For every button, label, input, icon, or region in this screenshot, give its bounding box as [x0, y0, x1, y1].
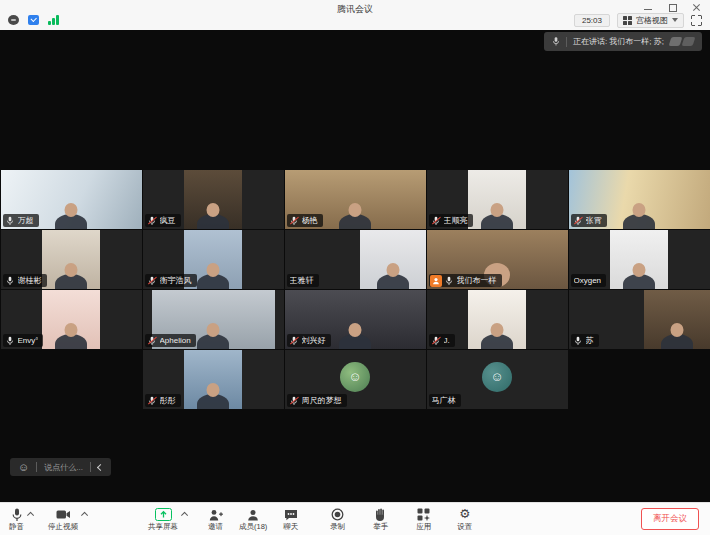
participant-name: Envy°	[18, 336, 39, 346]
participant-name-label: 杨艳	[287, 214, 323, 227]
mic-status-icon	[574, 336, 583, 346]
participant-tile[interactable]: ☺ 苏	[569, 290, 710, 349]
stop-video-label: 停止视频	[48, 523, 78, 531]
participant-name-label: 张霄	[571, 214, 607, 227]
mic-status-icon	[290, 396, 299, 406]
participant-tile[interactable]: ☺ 张霄	[569, 170, 710, 229]
info-icon[interactable]	[8, 15, 19, 25]
participant-name: 我们布一样	[457, 276, 497, 286]
participant-tile[interactable]: ☺ 马广林	[427, 350, 568, 409]
chat-button[interactable]: 聊天	[283, 508, 298, 531]
mic-status-icon	[148, 216, 157, 226]
participant-tile[interactable]: ☺ 疯豆	[143, 170, 284, 229]
mic-options-chevron-icon[interactable]	[26, 508, 36, 522]
participant-tile[interactable]: ☺ 王雅轩	[285, 230, 426, 289]
members-label: 成员(18)	[239, 523, 267, 531]
chat-bubble-icon	[284, 508, 298, 522]
grid-row: ☺ 彤彤 ☺	[0, 350, 710, 409]
participant-name: 马广林	[432, 396, 456, 406]
participant-name: 张霄	[586, 216, 602, 226]
mute-button[interactable]: 静音	[9, 508, 24, 531]
participant-name-label: J.	[429, 334, 455, 347]
chevron-left-icon[interactable]	[97, 463, 104, 470]
participant-tile[interactable]: ☺ 谢桂彬	[1, 230, 142, 289]
participant-tile[interactable]: ☺ Envy°	[1, 290, 142, 349]
participant-name: 苏	[586, 336, 594, 346]
mic-status-icon	[432, 216, 441, 226]
participant-name-label: 王顺亮	[429, 214, 473, 227]
settings-button[interactable]: ⚙ 设置	[457, 508, 472, 531]
minimize-icon[interactable]	[644, 3, 653, 12]
mic-status-icon	[6, 216, 15, 226]
chevron-down-icon	[672, 18, 678, 22]
participant-tile[interactable]: ☺ 衡宇浩风	[143, 230, 284, 289]
participant-name-label: 万超	[3, 214, 39, 227]
video-options-chevron-icon[interactable]	[80, 508, 90, 522]
grid-row: ☺ 万超 ☺	[0, 170, 710, 229]
share-options-chevron-icon[interactable]	[180, 508, 190, 522]
speaking-banner: 正在讲话: 我们布一样; 苏;	[544, 32, 702, 51]
mic-status-icon	[290, 336, 299, 346]
mic-status-icon	[574, 216, 583, 226]
stop-video-button[interactable]: 停止视频	[48, 508, 78, 531]
apps-label: 应用	[416, 523, 431, 531]
fullscreen-icon[interactable]	[691, 15, 702, 26]
close-icon[interactable]	[692, 3, 701, 12]
participant-video	[42, 230, 100, 289]
participant-name: 王顺亮	[444, 216, 468, 226]
participant-tile[interactable]: ☺ J.	[427, 290, 568, 349]
title-bar: 腾讯会议 25:03 宫格视图	[0, 0, 710, 30]
members-button[interactable]: 成员(18)	[239, 508, 267, 531]
participant-video	[610, 230, 668, 289]
record-button[interactable]: 录制	[330, 508, 345, 531]
participant-video	[468, 290, 526, 349]
participant-tile[interactable]: ☺ Aphelion	[143, 290, 284, 349]
apps-button[interactable]: 应用	[416, 508, 431, 531]
share-screen-icon	[155, 508, 172, 522]
mic-status-icon	[445, 276, 454, 286]
leave-meeting-button[interactable]: 离开会议	[641, 508, 699, 530]
grid-view-icon	[623, 16, 632, 25]
record-label: 录制	[330, 523, 345, 531]
quick-chat-bar[interactable]: ☺ 说点什么...	[10, 458, 111, 476]
mic-icon	[552, 36, 560, 47]
smiley-icon[interactable]: ☺	[18, 462, 29, 473]
participant-tile[interactable]: ☺ 杨艳	[285, 170, 426, 229]
network-signal-icon[interactable]	[48, 15, 59, 25]
participant-tile[interactable]: ☺ 刘兴好	[285, 290, 426, 349]
participant-tile[interactable]: ☺ 王顺亮	[427, 170, 568, 229]
mic-status-icon	[290, 216, 299, 226]
mic-status-icon	[148, 336, 157, 346]
raise-hand-button[interactable]: 举手	[373, 508, 388, 531]
share-screen-button[interactable]: 共享屏幕	[148, 508, 178, 531]
mic-status-icon	[6, 336, 15, 346]
share-screen-label: 共享屏幕	[148, 523, 178, 531]
grid-row: ☺ 谢桂彬 ☺	[0, 230, 710, 289]
participant-name-label: Aphelion	[145, 334, 196, 347]
participant-tile[interactable]: ☺ 万超	[1, 170, 142, 229]
maximize-icon[interactable]	[668, 3, 677, 12]
participant-tile[interactable]: ☺ 周尺的梦想	[285, 350, 426, 409]
participant-tile[interactable]: ☺ 我们布一样	[427, 230, 568, 289]
participant-name-label: 苏	[571, 334, 599, 347]
mic-status-icon	[148, 276, 157, 286]
participant-name-label: 周尺的梦想	[287, 394, 347, 407]
participant-tile[interactable]: ☺ Oxygen	[569, 230, 710, 289]
invite-button[interactable]: 邀请	[208, 508, 223, 531]
security-shield-icon[interactable]	[28, 15, 39, 25]
participant-video	[42, 290, 100, 349]
view-mode-selector[interactable]: 宫格视图	[617, 13, 684, 28]
participant-name-label: Envy°	[3, 334, 44, 347]
participant-tile[interactable]: ☺ 彤彤	[143, 350, 284, 409]
participant-video	[468, 170, 526, 229]
mic-status-icon	[148, 396, 157, 406]
mute-label: 静音	[9, 523, 24, 531]
chat-label: 聊天	[283, 523, 298, 531]
view-mode-label: 宫格视图	[636, 15, 668, 26]
participant-video	[184, 350, 242, 409]
meeting-window: 腾讯会议 25:03 宫格视图	[0, 0, 710, 535]
chat-input-placeholder[interactable]: 说点什么...	[44, 462, 83, 473]
participant-name: J.	[444, 336, 450, 346]
mic-status-icon	[432, 336, 441, 346]
invite-label: 邀请	[208, 523, 223, 531]
